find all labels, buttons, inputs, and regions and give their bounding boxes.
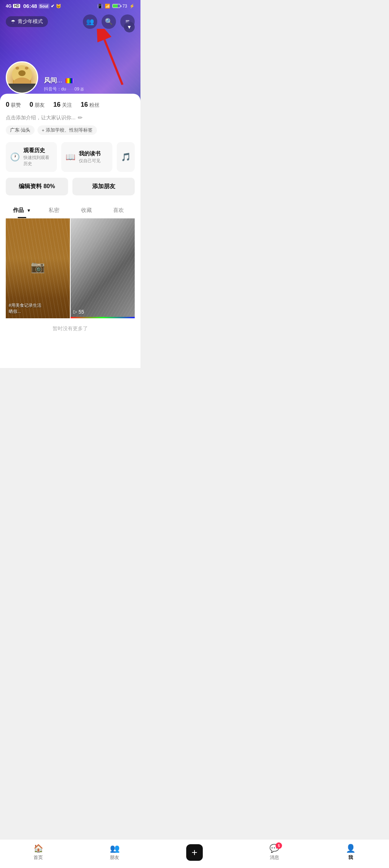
username-area: 风间... 抖音号：du·······09 器 (44, 76, 135, 94)
rainbow-badge (66, 78, 73, 83)
likes-count: 0 (6, 101, 9, 108)
avatar[interactable] (6, 61, 38, 94)
video-grid: 📷 #用美食记录生活晒假... ▷ 55 (6, 218, 135, 318)
following-count: 16 (53, 101, 61, 108)
reading-title: 我的读书 (79, 150, 100, 157)
tags-row: 广东·汕头 + 添加学校、性别等标签 (6, 125, 135, 135)
friends-count: 0 (30, 101, 33, 108)
profile-info-section: 风间... 抖音号：du·······09 器 (0, 61, 140, 94)
content-tabs: 作品 ▼ 私密 收藏 喜欢 (6, 203, 135, 218)
edit-icon: ✏ (78, 114, 82, 121)
music-icon: 🎵 (121, 152, 131, 162)
white-card: 0 获赞 0 朋友 16 关注 16 粉丝 点击添加介绍，让大家认识你... ✏… (0, 94, 140, 368)
plus-icon: + (42, 128, 45, 133)
hd-badge: HD (13, 4, 20, 8)
top-nav-bar: ☂ 青少年模式 👥 🔍 ≡ (0, 12, 140, 32)
vibrate-icon: 📳 (97, 4, 103, 9)
bio-row[interactable]: 点击添加介绍，让大家认识你... ✏ (6, 114, 135, 121)
wifi-icon: 📶 (105, 4, 110, 9)
stat-followers[interactable]: 16 粉丝 (81, 101, 99, 108)
search-icon: 🔍 (105, 18, 113, 26)
followers-label: 粉丝 (89, 102, 99, 108)
add-tag-label: 添加学校、性别等标签 (46, 127, 93, 133)
network-signal: 4G (6, 4, 12, 9)
video-label-1: #用美食记录生活晒假... (9, 302, 41, 315)
app-icon-1: ✔ (51, 4, 54, 9)
battery-indicator (112, 4, 120, 8)
soul-icon: Soul (39, 4, 49, 9)
douyin-id: 抖音号：du·······09 器 (44, 86, 135, 92)
stat-following[interactable]: 16 关注 (53, 101, 72, 108)
action-buttons-row: 编辑资料 80% 添加朋友 (6, 178, 135, 195)
watch-history-title: 观看历史 (23, 147, 53, 154)
dropdown-chevron-icon: ▼ (27, 208, 31, 213)
bio-text: 点击添加介绍，让大家认识你... (6, 115, 76, 121)
video-thumb-2[interactable]: ▷ 55 (71, 218, 135, 318)
friends-icon-button[interactable]: 👥 (83, 14, 97, 29)
battery-pct: 73 (122, 4, 127, 9)
stat-likes[interactable]: 0 获赞 (6, 101, 21, 108)
edit-profile-button[interactable]: 编辑资料 80% (6, 178, 68, 195)
book-icon: 📖 (66, 152, 75, 162)
umbrella-icon: ☂ (11, 19, 15, 25)
private-label: 私密 (49, 207, 59, 213)
youth-mode-label: 青少年模式 (18, 18, 43, 25)
reading-sub: 仅自己可见 (79, 158, 100, 164)
tab-works[interactable]: 作品 ▼ (6, 203, 38, 218)
tab-private[interactable]: 私密 (38, 203, 71, 218)
stats-row: 0 获赞 0 朋友 16 关注 16 粉丝 (6, 101, 135, 108)
chevron-down-icon: ▼ (127, 24, 132, 30)
following-label: 关注 (62, 102, 72, 108)
favorites-label: 收藏 (81, 207, 92, 213)
likes-label: 获赞 (11, 102, 21, 108)
my-reading-card[interactable]: 📖 我的读书 仅自己可见 (61, 142, 112, 172)
avatar-image (7, 62, 37, 93)
tab-liked[interactable]: 喜欢 (103, 203, 135, 218)
music-card[interactable]: 🎵 (117, 142, 135, 172)
username: 风间... (44, 76, 135, 85)
profile-dropdown-button[interactable]: ▼ (124, 22, 135, 32)
location-tag[interactable]: 广东·汕头 (6, 125, 35, 135)
app-icon-2: 😺 (56, 4, 61, 9)
watch-history-card[interactable]: 🕐 观看历史 快速找到观看历史 (6, 142, 57, 172)
clock-icon: 🕐 (10, 152, 20, 162)
add-tags-button[interactable]: + 添加学校、性别等标签 (37, 125, 97, 135)
liked-label: 喜欢 (113, 207, 124, 213)
status-bar: 4G HD 06:48 Soul ✔ 😺 📳 📶 73 ⚡ (0, 0, 140, 10)
video-play-count: ▷ 55 (73, 309, 84, 315)
play-icon: ▷ (73, 309, 77, 314)
add-friend-button[interactable]: 添加朋友 (72, 178, 135, 195)
stat-friends[interactable]: 0 朋友 (30, 101, 45, 108)
tab-favorites[interactable]: 收藏 (70, 203, 103, 218)
followers-count: 16 (81, 101, 88, 108)
video-thumb-1[interactable]: 📷 #用美食记录生活晒假... (6, 218, 70, 318)
profile-header: 4G HD 06:48 Soul ✔ 😺 📳 📶 73 ⚡ ☂ 青少年模式 👥 (0, 0, 140, 101)
play-count-value: 55 (79, 309, 84, 315)
no-more-text: 暂时没有更多了 (6, 318, 135, 339)
friend-icon: 👥 (86, 18, 94, 26)
camera-overlay-icon: 📷 (31, 260, 45, 274)
bolt-icon: ⚡ (129, 4, 135, 9)
works-label: 作品 (13, 207, 24, 213)
feature-cards-row: 🕐 观看历史 快速找到观看历史 📖 我的读书 仅自己可见 🎵 (6, 142, 135, 172)
watch-history-sub: 快速找到观看历史 (23, 155, 53, 167)
friends-label: 朋友 (35, 102, 45, 108)
search-button[interactable]: 🔍 (102, 14, 116, 29)
youth-mode-button[interactable]: ☂ 青少年模式 (6, 16, 48, 27)
time-display: 06:48 (23, 3, 37, 9)
